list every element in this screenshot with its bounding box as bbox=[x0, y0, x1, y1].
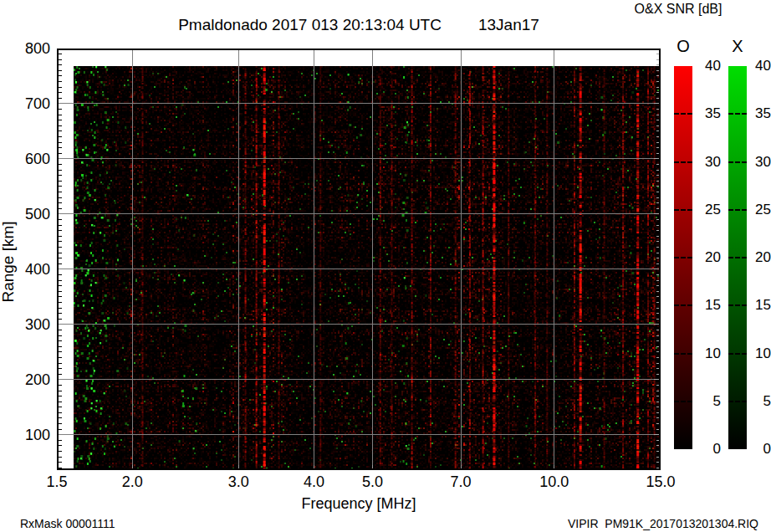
y-axis-tick bbox=[57, 335, 62, 336]
colorbar-tick-label: 0 bbox=[746, 442, 771, 457]
y-axis-tick bbox=[57, 130, 62, 131]
y-axis-tick bbox=[57, 440, 62, 441]
y-axis-tick bbox=[57, 451, 62, 452]
y-axis-right-tick bbox=[656, 391, 661, 391]
y-axis-tick bbox=[57, 280, 62, 281]
y-axis-right-tick bbox=[656, 363, 661, 364]
y-axis-tick bbox=[57, 192, 62, 192]
y-axis-right-tick bbox=[656, 142, 661, 143]
y-axis-tick bbox=[57, 385, 62, 386]
y-axis-right-tick bbox=[656, 385, 661, 386]
vertical-gridline bbox=[554, 49, 554, 470]
colorbar-tick bbox=[674, 209, 692, 211]
y-axis-right-tick bbox=[656, 313, 661, 314]
colorbar-tick-label: 20 bbox=[746, 250, 771, 265]
y-axis-right-tick bbox=[656, 75, 661, 76]
y-axis-tick bbox=[57, 120, 62, 120]
plot-date: 13Jan17 bbox=[478, 16, 539, 34]
colorbar-O-label: O bbox=[666, 37, 701, 56]
y-axis-right-tick bbox=[656, 308, 661, 309]
y-axis-right-tick bbox=[656, 175, 661, 176]
y-axis-tick bbox=[57, 142, 62, 143]
x-axis-tick bbox=[372, 465, 373, 470]
ionogram-plot-area bbox=[57, 49, 661, 470]
y-tick-label: 200 bbox=[0, 371, 50, 389]
y-tick-label: 700 bbox=[0, 95, 50, 113]
y-axis-right-tick bbox=[656, 247, 661, 248]
colorbar-tick-label: 10 bbox=[746, 346, 771, 361]
colorbar-tick bbox=[728, 353, 747, 355]
y-axis-right-tick bbox=[656, 197, 661, 198]
y-axis-tick bbox=[57, 253, 62, 253]
y-axis-tick bbox=[57, 136, 62, 137]
y-axis-tick bbox=[57, 374, 62, 375]
horizontal-gridline bbox=[57, 324, 661, 325]
y-tick-label: 500 bbox=[0, 205, 50, 223]
colorbar-tick bbox=[674, 353, 692, 355]
y-axis-right-tick bbox=[656, 208, 661, 209]
y-axis-right-tick bbox=[656, 285, 661, 286]
y-axis-tick bbox=[57, 64, 62, 65]
colorbar-tick bbox=[728, 304, 747, 306]
y-axis-tick bbox=[57, 147, 62, 148]
y-axis-right-tick bbox=[656, 153, 661, 154]
y-axis-tick bbox=[57, 423, 62, 424]
y-axis-tick bbox=[57, 92, 62, 93]
y-axis-tick bbox=[57, 468, 62, 468]
y-axis-tick bbox=[57, 208, 62, 209]
y-axis-right-tick bbox=[656, 357, 661, 358]
y-axis-right-tick bbox=[656, 340, 661, 341]
x-axis-tick bbox=[132, 465, 133, 470]
y-axis-right-tick bbox=[656, 186, 661, 187]
y-axis-right-tick bbox=[656, 302, 661, 303]
y-axis-tick bbox=[57, 258, 62, 258]
colorbar-tick bbox=[728, 401, 747, 402]
y-axis-right-tick bbox=[656, 429, 661, 430]
y-axis-right-tick bbox=[656, 170, 661, 171]
y-axis-right-tick bbox=[656, 164, 661, 165]
y-axis-right-tick bbox=[654, 213, 661, 214]
y-axis-tick bbox=[57, 70, 62, 71]
x-tick-label: 10.0 bbox=[529, 473, 580, 491]
y-axis-right-tick bbox=[656, 423, 661, 424]
x-tick-label: 3.0 bbox=[213, 473, 263, 491]
y-axis-tick bbox=[57, 351, 62, 352]
y-axis-tick bbox=[57, 236, 62, 237]
y-axis-right-tick bbox=[656, 87, 661, 88]
y-axis-right-tick bbox=[656, 351, 661, 352]
y-axis-tick bbox=[57, 125, 62, 126]
colorbar-tick-label: 5 bbox=[746, 394, 771, 409]
y-axis-right-tick bbox=[656, 230, 661, 231]
y-axis-right-tick bbox=[654, 379, 661, 380]
y-axis-right-tick bbox=[656, 81, 661, 82]
vertical-gridline bbox=[132, 49, 133, 470]
y-axis-right-tick bbox=[656, 225, 661, 226]
y-axis-tick bbox=[57, 357, 62, 358]
y-axis-right-tick bbox=[656, 54, 661, 54]
y-axis-right-tick bbox=[656, 402, 661, 402]
horizontal-gridline bbox=[57, 434, 661, 435]
y-axis-right-tick bbox=[656, 462, 661, 463]
y-axis-tick bbox=[57, 330, 62, 330]
y-axis-right-tick bbox=[654, 103, 661, 104]
colorbar-tick bbox=[728, 209, 747, 211]
y-axis-tick bbox=[57, 186, 62, 187]
x-axis-tick bbox=[554, 465, 554, 470]
horizontal-gridline bbox=[57, 379, 661, 380]
colorbar-X-label: X bbox=[720, 37, 755, 56]
horizontal-gridline bbox=[57, 213, 661, 214]
colorbar-tick-label: 5 bbox=[696, 394, 721, 409]
y-axis-tick bbox=[57, 368, 62, 369]
y-axis-tick bbox=[57, 308, 62, 309]
colorbar-tick-label: 15 bbox=[746, 298, 771, 313]
x-tick-label: 5.0 bbox=[348, 473, 398, 491]
y-axis-tick bbox=[57, 202, 62, 203]
colorbar-tick-label: 40 bbox=[746, 59, 771, 74]
colorbar-tick-label: 35 bbox=[746, 106, 771, 121]
y-axis-tick bbox=[57, 225, 62, 226]
plot-title: Pmaldonado 2017 013 20:13:04 UTC bbox=[178, 16, 442, 34]
x-tick-label: 1.5 bbox=[32, 473, 82, 491]
y-axis-right-tick bbox=[656, 274, 661, 275]
y-axis-tick bbox=[57, 391, 62, 391]
y-axis-tick bbox=[57, 363, 62, 364]
